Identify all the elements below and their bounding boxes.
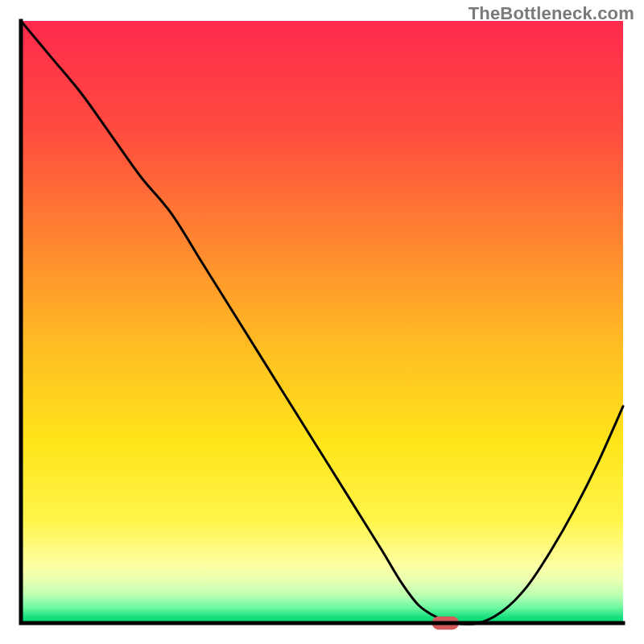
plot-background — [21, 21, 623, 623]
watermark-text: TheBottleneck.com — [469, 3, 634, 24]
chart-container — [0, 0, 644, 644]
bottleneck-chart — [0, 0, 644, 644]
